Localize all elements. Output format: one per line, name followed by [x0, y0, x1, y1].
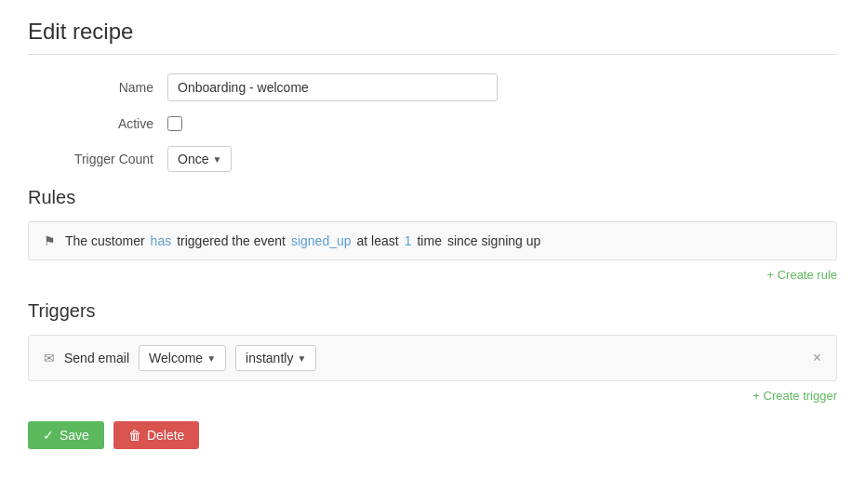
rule-text-triggered: triggered the event: [177, 233, 286, 248]
timing-value: instantly: [246, 351, 293, 365]
remove-trigger-button[interactable]: ×: [809, 349, 825, 367]
welcome-caret-icon: ▼: [206, 353, 216, 364]
name-input[interactable]: [167, 73, 498, 101]
triggers-section-title: Triggers: [28, 300, 837, 322]
rules-section-title: Rules: [28, 187, 837, 208]
rule-text-time: time: [417, 233, 441, 248]
page-title: Edit recipe: [28, 19, 837, 45]
trigger-count-field-group: Trigger Count Once ▼: [28, 146, 837, 172]
save-label: Save: [60, 428, 89, 443]
send-email-icon: ✉: [44, 351, 55, 365]
rule-text-at-least: at least: [357, 233, 399, 248]
trigger-count-caret-icon: ▼: [212, 154, 221, 165]
trigger-count-value: Once: [178, 152, 208, 166]
rule-text-since: since signing up: [447, 233, 540, 248]
delete-label: Delete: [147, 428, 184, 443]
flag-icon: ⚑: [44, 233, 56, 248]
rule-text-count: 1: [405, 233, 412, 248]
save-icon: ✓: [43, 428, 54, 443]
welcome-dropdown[interactable]: Welcome ▼: [139, 345, 226, 371]
delete-icon: 🗑: [128, 428, 141, 443]
create-rule-link[interactable]: + Create rule: [28, 268, 837, 282]
actions-row: ✓ Save 🗑 Delete: [28, 421, 837, 449]
active-field-group: Active: [28, 116, 837, 131]
send-email-label: Send email: [64, 351, 129, 365]
name-field-group: Name: [28, 73, 837, 101]
rule-row: ⚑ The customer has triggered the event s…: [28, 221, 837, 260]
active-checkbox[interactable]: [167, 116, 182, 131]
create-trigger-link[interactable]: + Create trigger: [28, 389, 837, 403]
trigger-row: ✉ Send email Welcome ▼ instantly ▼ ×: [28, 335, 837, 381]
trigger-count-label: Trigger Count: [28, 152, 167, 166]
name-label: Name: [28, 80, 167, 95]
rule-text-customer: The customer: [65, 233, 145, 248]
close-icon: ×: [813, 350, 821, 365]
save-button[interactable]: ✓ Save: [28, 421, 104, 449]
title-divider: [28, 54, 837, 55]
active-label: Active: [28, 116, 167, 131]
rule-text-event: signed_up: [291, 233, 352, 248]
trigger-count-dropdown[interactable]: Once ▼: [167, 146, 232, 172]
delete-button[interactable]: 🗑 Delete: [113, 421, 199, 449]
rule-text-has: has: [151, 233, 172, 248]
timing-dropdown[interactable]: instantly ▼: [235, 345, 316, 371]
welcome-value: Welcome: [149, 351, 203, 365]
timing-caret-icon: ▼: [297, 353, 306, 364]
